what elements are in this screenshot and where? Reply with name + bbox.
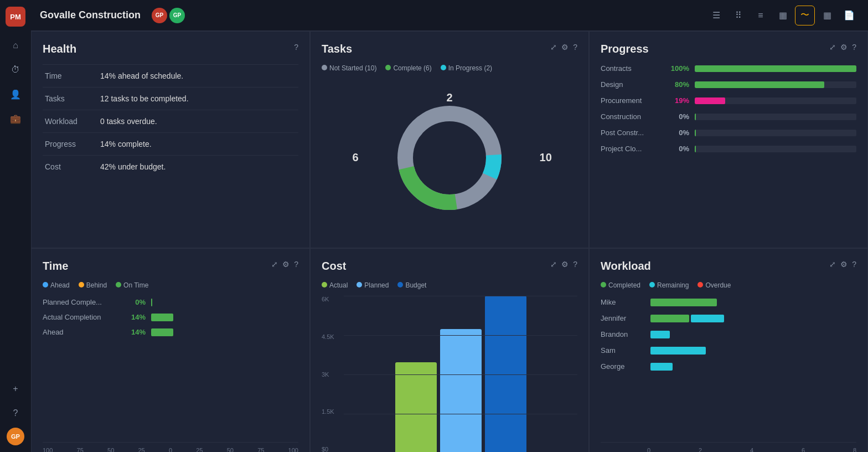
tasks-settings-icon[interactable]: ⚙	[561, 43, 569, 52]
progress-label-procurement: Procurement	[601, 96, 662, 105]
sidebar-item-portfolio[interactable]: 💼	[6, 109, 25, 129]
health-help-icon[interactable]: ?	[294, 43, 298, 52]
health-row-workload: Workload 0 tasks overdue.	[43, 110, 298, 133]
legend-in-progress: In Progress (2)	[441, 64, 492, 72]
doc-view-button[interactable]: 📄	[839, 6, 859, 25]
progress-rows: Contracts 100% Design 80% Procurement 19…	[601, 64, 856, 237]
workload-bar-jennifer-completed	[650, 315, 689, 322]
health-label-progress: Progress	[43, 133, 98, 156]
tasks-help-icon[interactable]: ?	[573, 43, 577, 52]
time-label-actual: Actual Completion	[43, 313, 120, 321]
workload-bar-mike-completed	[650, 299, 717, 306]
list-view-button[interactable]: ☰	[706, 6, 726, 25]
workload-label-brandon: Brandon	[601, 330, 645, 338]
workload-row-sam: Sam	[601, 346, 856, 355]
health-label-cost: Cost	[43, 156, 98, 178]
progress-bar-project-clo-bg	[695, 146, 856, 152]
health-value-tasks: 12 tasks to be completed.	[98, 88, 298, 110]
health-value-time: 14% ahead of schedule.	[98, 65, 298, 88]
cost-settings-icon[interactable]: ⚙	[561, 260, 569, 269]
progress-bar-construction-bg	[695, 114, 856, 120]
time-axis-75-right: 75	[257, 447, 264, 452]
cost-help-icon[interactable]: ?	[573, 260, 577, 269]
cost-expand-icon[interactable]: ⤢	[550, 260, 557, 269]
progress-bar-design-bg	[695, 81, 856, 88]
health-value-cost: 42% under budget.	[98, 156, 298, 178]
app-logo[interactable]: PM	[6, 7, 25, 27]
progress-settings-icon[interactable]: ⚙	[840, 43, 848, 52]
progress-help-icon[interactable]: ?	[852, 43, 856, 52]
legend-complete: Complete (6)	[385, 64, 431, 72]
donut-label-10: 10	[540, 151, 552, 164]
progress-panel: Progress ⤢ ⚙ ? Contracts 100% Design	[589, 31, 868, 248]
dashboard: Health ? Time 14% ahead of schedule. Tas…	[31, 31, 868, 452]
workload-row-brandon: Brandon	[601, 330, 856, 338]
workload-axis: 0 2 4 6 8	[601, 442, 856, 452]
time-panel: Time ⤢ ⚙ ? Ahead Behind On Time Planned …	[31, 248, 310, 452]
time-panel-header: Time ⤢ ⚙ ?	[43, 260, 298, 273]
cost-panel-header: Cost ⤢ ⚙ ?	[322, 260, 577, 273]
progress-bar-post-constr-fill	[695, 130, 696, 136]
add-button[interactable]: +	[6, 379, 25, 399]
time-row-ahead: Ahead 14%	[43, 328, 298, 336]
cost-bars-wrapper	[322, 296, 577, 452]
timeline-view-button[interactable]: ≡	[751, 6, 771, 25]
workload-legend: Completed Remaining Overdue	[601, 281, 856, 289]
legend-completed: Completed	[601, 281, 640, 289]
progress-pct-design: 80%	[667, 80, 689, 89]
time-help-icon[interactable]: ?	[294, 260, 298, 269]
progress-expand-icon[interactable]: ⤢	[829, 43, 836, 52]
legend-budget: Budget	[397, 281, 426, 289]
legend-not-started: Not Started (10)	[322, 64, 376, 72]
progress-row-post-constr: Post Constr... 0%	[601, 129, 856, 137]
workload-bar-jennifer-remaining	[691, 315, 724, 322]
workload-expand-icon[interactable]: ⤢	[829, 260, 836, 269]
progress-label-post-constr: Post Constr...	[601, 129, 662, 137]
progress-row-project-clo: Project Clo... 0%	[601, 145, 856, 153]
user-avatar[interactable]: GP	[7, 428, 24, 445]
sidebar-item-history[interactable]: ⏱	[6, 60, 25, 80]
help-icon[interactable]: ?	[6, 403, 25, 423]
workload-row-mike: Mike	[601, 298, 856, 306]
time-row-planned: Planned Comple... 0%	[43, 298, 298, 306]
time-bar-ahead-container	[151, 328, 298, 336]
workload-content: Mike Jennifer Brandon	[601, 298, 856, 452]
time-rows: Planned Comple... 0% Actual Completion 1…	[43, 298, 298, 336]
time-settings-icon[interactable]: ⚙	[282, 260, 290, 269]
table-view-button[interactable]: ▦	[773, 6, 793, 25]
progress-pct-project-clo: 0%	[667, 145, 689, 153]
avatar-2[interactable]: GP	[169, 8, 185, 23]
progress-row-design: Design 80%	[601, 80, 856, 89]
legend-ahead: Ahead	[43, 281, 70, 289]
workload-help-icon[interactable]: ?	[852, 260, 856, 269]
health-row-time: Time 14% ahead of schedule.	[43, 65, 298, 88]
tasks-expand-icon[interactable]: ⤢	[550, 43, 557, 52]
progress-label-construction: Construction	[601, 112, 662, 121]
progress-pct-procurement: 19%	[667, 96, 689, 105]
time-expand-icon[interactable]: ⤢	[271, 260, 278, 269]
cost-bar-planned	[440, 329, 482, 452]
cost-panel: Cost ⤢ ⚙ ? Actual Planned Budget 6K 4.5K…	[310, 248, 589, 452]
calendar-view-button[interactable]: ▦	[817, 6, 837, 25]
time-bar-actual-container	[151, 314, 298, 321]
workload-settings-icon[interactable]: ⚙	[840, 260, 848, 269]
time-pct-planned: 0%	[126, 298, 146, 306]
workload-bar-sam-remaining	[650, 347, 706, 355]
sidebar-item-home[interactable]: ⌂	[6, 35, 25, 55]
progress-title: Progress	[601, 43, 649, 55]
workload-label-jennifer: Jennifer	[601, 314, 645, 322]
progress-pct-post-constr: 0%	[667, 129, 689, 137]
progress-label-design: Design	[601, 80, 662, 89]
chart-view-button[interactable]: 〜	[795, 6, 815, 25]
sidebar-item-people[interactable]: 👤	[6, 84, 25, 104]
avatar-1[interactable]: GP	[152, 8, 167, 23]
toolbar: ☰ ⠿ ≡ ▦ 〜 ▦ 📄	[706, 6, 859, 25]
workload-label-george: George	[601, 362, 645, 371]
cost-bar-group	[395, 296, 526, 452]
time-legend: Ahead Behind On Time	[43, 281, 298, 289]
workload-row-jennifer: Jennifer	[601, 314, 856, 322]
health-label-tasks: Tasks	[43, 88, 98, 110]
grid-view-button[interactable]: ⠿	[728, 6, 748, 25]
health-row-progress: Progress 14% complete.	[43, 133, 298, 156]
workload-axis-8: 8	[853, 447, 856, 452]
